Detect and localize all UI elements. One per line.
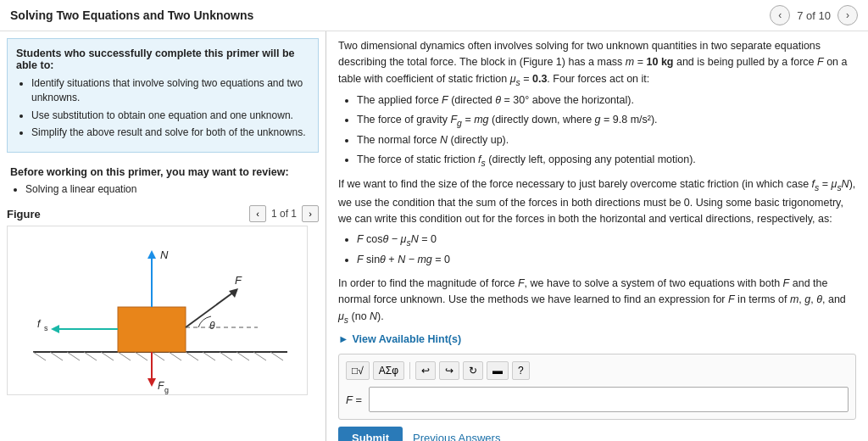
svg-line-5	[101, 352, 114, 360]
primer-box-title: Students who successfully complete this …	[16, 47, 309, 71]
answer-input-row: F =	[346, 387, 849, 412]
primer-item-3: Simplify the above result and solve for …	[31, 126, 309, 140]
review-list: Solving a linear equation	[10, 183, 315, 195]
svg-text:N: N	[160, 248, 169, 261]
symbols-icon: ΑΣφ	[379, 365, 398, 377]
figure-label: Figure	[7, 208, 41, 220]
hint-link[interactable]: ► View Available Hint(s)	[338, 333, 856, 345]
svg-line-9	[169, 352, 181, 360]
toolbar-redo-button[interactable]: ↪	[439, 361, 459, 380]
bullet-3: The normal force N (directly up).	[357, 132, 856, 148]
svg-line-4	[84, 352, 97, 360]
svg-line-15	[270, 352, 283, 360]
svg-marker-18	[147, 250, 156, 259]
answer-label: F =	[346, 394, 362, 406]
svg-text:s: s	[44, 324, 48, 332]
svg-line-8	[152, 352, 164, 360]
keyboard-icon: ▬	[492, 365, 503, 377]
svg-line-10	[186, 352, 198, 360]
toolbar-help-button[interactable]: ?	[512, 361, 530, 380]
equation-2: F sinθ + N − mg = 0	[357, 252, 856, 268]
undo-icon: ↩	[421, 365, 430, 377]
svg-marker-30	[51, 325, 59, 333]
reset-icon: ↻	[469, 365, 477, 377]
svg-line-7	[135, 352, 147, 360]
figure-canvas: N F g F θ	[7, 226, 308, 395]
svg-line-6	[118, 352, 131, 360]
bullet-2: The force of gravity Fg = mg (directly d…	[357, 112, 856, 131]
submit-row: Submit Previous Answers	[338, 427, 856, 441]
right-panel: Two dimensional dynamics often involves …	[326, 31, 868, 441]
svg-line-13	[236, 352, 249, 360]
bullet-4: The force of static friction fs (directl…	[357, 152, 856, 170]
toolbar: □√ ΑΣφ ↩ ↪ ↻ ▬ ?	[346, 361, 849, 380]
toolbar-separator	[409, 362, 410, 379]
previous-answers-link[interactable]: Previous Answers	[413, 432, 500, 441]
hint-link-text: View Available Hint(s)	[352, 333, 461, 345]
main-content: Students who successfully complete this …	[0, 31, 868, 441]
svg-line-2	[50, 352, 63, 360]
answer-box: □√ ΑΣφ ↩ ↪ ↻ ▬ ?	[338, 354, 856, 420]
svg-text:f: f	[37, 318, 42, 330]
bullet-1: The applied force F (directed θ = 30° ab…	[357, 92, 856, 109]
figure-nav: ‹ 1 of 1 ›	[249, 205, 319, 222]
toolbar-keyboard-button[interactable]: ▬	[487, 361, 509, 380]
primer-list: Identify situations that involve solving…	[16, 76, 309, 140]
sqrt-icon: □√	[352, 365, 364, 377]
prev-page-button[interactable]: ‹	[770, 5, 790, 25]
problem-text-2: If we want to find the size of the force…	[338, 176, 856, 268]
svg-text:F: F	[158, 380, 164, 392]
submit-button[interactable]: Submit	[338, 427, 403, 441]
svg-text:θ: θ	[209, 320, 215, 332]
toolbar-symbols-button[interactable]: ΑΣφ	[373, 361, 404, 380]
svg-line-11	[203, 352, 215, 360]
review-title: Before working on this primer, you may w…	[10, 166, 315, 178]
bullet-list: The applied force F (directed θ = 30° ab…	[338, 92, 856, 170]
svg-line-1	[33, 352, 46, 360]
navigation: ‹ 7 of 10 ›	[770, 5, 858, 25]
svg-rect-16	[118, 307, 186, 352]
svg-text:g: g	[164, 386, 169, 394]
problem-text-3: In order to find the magnitude of force …	[338, 276, 856, 327]
svg-line-14	[253, 352, 266, 360]
svg-line-3	[67, 352, 80, 360]
figure-section: Figure ‹ 1 of 1 ›	[0, 202, 326, 441]
problem-text-1: Two dimensional dynamics often involves …	[338, 38, 856, 170]
help-icon: ?	[518, 365, 524, 377]
figure-prev-button[interactable]: ‹	[249, 205, 266, 222]
equation-1: F cosθ − μsN = 0	[357, 232, 856, 250]
figure-next-button[interactable]: ›	[302, 205, 319, 222]
page-count: 7 of 10	[797, 9, 831, 22]
toolbar-reset-button[interactable]: ↻	[463, 361, 483, 380]
top-bar: Solving Two Equations and Two Unknowns ‹…	[0, 0, 868, 31]
svg-line-12	[220, 352, 232, 360]
primer-item-1: Identify situations that involve solving…	[31, 76, 309, 105]
primer-box: Students who successfully complete this …	[7, 38, 319, 153]
review-item-1: Solving a linear equation	[25, 183, 315, 195]
svg-text:F: F	[235, 274, 242, 287]
toolbar-undo-button[interactable]: ↩	[415, 361, 436, 380]
page-title: Solving Two Equations and Two Unknowns	[10, 8, 253, 22]
left-panel: Students who successfully complete this …	[0, 31, 326, 441]
figure-svg: N F g F θ	[8, 226, 308, 395]
answer-input[interactable]	[369, 387, 849, 412]
svg-marker-25	[229, 288, 238, 298]
primer-item-2: Use substitution to obtain one equation …	[31, 109, 309, 123]
svg-marker-21	[147, 378, 156, 387]
review-section: Before working on this primer, you may w…	[0, 159, 326, 202]
next-page-button[interactable]: ›	[837, 5, 858, 25]
redo-icon: ↪	[445, 365, 453, 377]
figure-count: 1 of 1	[271, 208, 297, 220]
toolbar-sqrt-button[interactable]: □√	[346, 361, 370, 380]
figure-header: Figure ‹ 1 of 1 ›	[7, 205, 319, 222]
equation-list: F cosθ − μsN = 0 F sinθ + N − mg = 0	[338, 232, 856, 269]
hint-arrow-icon: ►	[338, 333, 348, 345]
